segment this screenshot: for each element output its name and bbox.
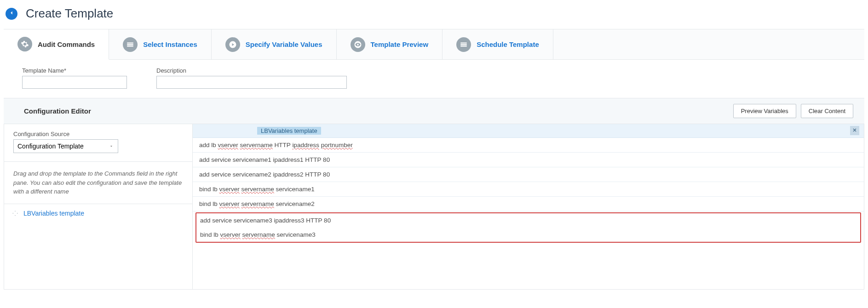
tab-label: Schedule Template (477, 40, 539, 48)
command-line[interactable]: bind lb vserver servername servicename1 (193, 182, 864, 197)
applied-template-chip: LBVariables template (257, 127, 321, 135)
tab-label: Select Instances (143, 40, 197, 48)
back-button[interactable] (6, 8, 17, 20)
command-line[interactable]: bind lb vserver servername servicename3 (196, 228, 860, 242)
eye-circle-icon (351, 37, 365, 52)
command-line[interactable]: add service servicename2 ipaddress2 HTTP… (193, 167, 864, 182)
tab-audit-commands[interactable]: Audit Commands (4, 29, 109, 60)
clear-content-button[interactable]: Clear Content (801, 104, 853, 118)
tab-schedule-template[interactable]: Schedule Template (443, 29, 553, 59)
arrow-left-icon (8, 10, 15, 17)
template-name-input[interactable] (22, 76, 127, 89)
tab-template-preview[interactable]: Template Preview (337, 29, 443, 59)
highlighted-commands: add service servicename3 ipaddress3 HTTP… (195, 212, 861, 243)
wizard-tabs: Audit CommandsSelect InstancesSpecify Va… (4, 29, 864, 60)
template-name-label: Template Name* (22, 67, 127, 74)
command-line[interactable]: add service servicename1 ipaddress1 HTTP… (193, 153, 864, 167)
description-label: Description (156, 67, 347, 74)
stack-icon (123, 37, 138, 52)
gear-icon (17, 37, 32, 51)
command-line[interactable]: add service servicename3 ipaddress3 HTTP… (196, 213, 860, 228)
draggable-template-item[interactable]: LBVariables template (4, 204, 192, 222)
remove-template-button[interactable] (850, 126, 859, 135)
tab-label: Specify Variable Values (246, 40, 322, 48)
tab-label: Template Preview (371, 40, 429, 48)
config-source-label: Configuration Source (13, 131, 183, 137)
command-line[interactable]: bind lb vserver servername servicename2 (193, 197, 864, 211)
config-source-hint: Drag and drop the template to the Comman… (4, 162, 192, 204)
close-icon (852, 127, 857, 134)
stack-icon (456, 37, 471, 52)
tab-label: Audit Commands (38, 40, 95, 48)
draggable-template-label: LBVariables template (23, 210, 84, 217)
description-input[interactable] (156, 76, 347, 89)
drag-handle-icon (11, 210, 19, 217)
config-source-select[interactable]: Configuration Template (13, 139, 118, 153)
config-editor-title: Configuration Editor (24, 107, 91, 115)
command-line[interactable]: add lb vserver servername HTTP ipaddress… (193, 138, 864, 153)
play-circle-icon (225, 37, 240, 52)
tab-select-instances[interactable]: Select Instances (109, 29, 212, 59)
page-title: Create Template (26, 6, 113, 21)
preview-variables-button[interactable]: Preview Variables (733, 104, 796, 118)
tab-specify-variable-values[interactable]: Specify Variable Values (212, 29, 337, 59)
